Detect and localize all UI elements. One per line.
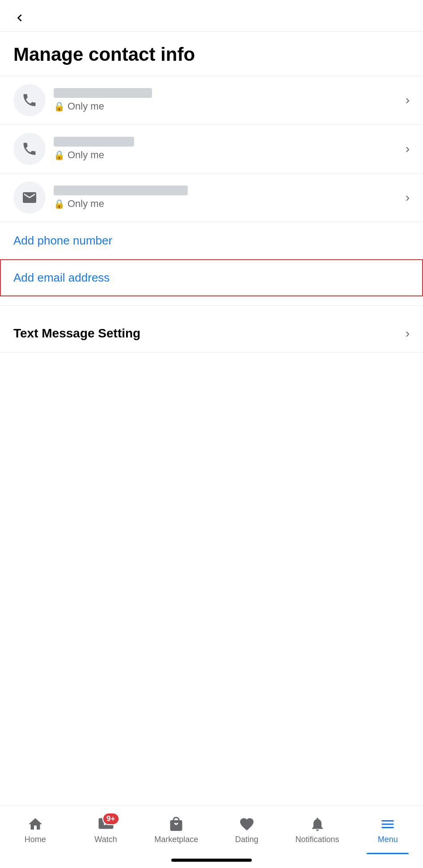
menu-icon <box>379 815 397 833</box>
marketplace-icon <box>167 815 185 833</box>
contact-privacy-email: 🔒 Only me <box>54 198 400 210</box>
content-spacer <box>0 353 423 805</box>
dating-icon <box>238 815 256 833</box>
privacy-label-1: Only me <box>68 101 104 112</box>
phone-icon-1 <box>13 84 46 116</box>
phone-icon-2 <box>13 133 46 165</box>
home-icon <box>26 815 44 833</box>
nav-label-menu: Menu <box>378 835 398 844</box>
watch-badge: 9+ <box>102 813 119 825</box>
contact-info-phone-1: 🔒 Only me <box>54 88 400 112</box>
add-phone-button[interactable]: Add phone number <box>0 222 423 259</box>
email-icon <box>13 181 46 214</box>
nav-label-dating: Dating <box>235 835 258 844</box>
nav-label-home: Home <box>25 835 46 844</box>
nav-item-marketplace[interactable]: Marketplace <box>141 805 212 854</box>
add-email-button[interactable]: Add email address <box>0 259 423 296</box>
nav-label-watch: Watch <box>94 835 117 844</box>
contact-item-email[interactable]: 🔒 Only me › <box>0 173 423 222</box>
chevron-right-1: › <box>406 93 410 107</box>
lock-icon-1: 🔒 <box>54 101 65 112</box>
chevron-right-email: › <box>406 190 410 205</box>
home-indicator <box>0 854 423 868</box>
chevron-right-sms: › <box>406 326 410 341</box>
text-message-setting-row[interactable]: Text Message Setting › <box>0 315 423 353</box>
privacy-label-email: Only me <box>68 198 104 210</box>
page-title: Manage contact info <box>0 32 423 76</box>
chevron-right-2: › <box>406 142 410 156</box>
watch-icon: 9+ <box>97 815 115 833</box>
text-message-label: Text Message Setting <box>13 326 140 341</box>
nav-item-dating[interactable]: Dating <box>212 805 282 854</box>
contact-item-phone-1[interactable]: 🔒 Only me › <box>0 76 423 125</box>
contact-item-phone-2[interactable]: 🔒 Only me › <box>0 125 423 173</box>
contact-value-blur-2 <box>54 137 134 147</box>
nav-item-home[interactable]: Home <box>0 805 71 854</box>
contact-list: 🔒 Only me › 🔒 Only me › <box>0 76 423 222</box>
section-divider <box>0 305 423 306</box>
nav-label-notifications: Notifications <box>296 835 339 844</box>
notifications-icon <box>309 815 326 833</box>
home-indicator-bar <box>171 859 252 862</box>
nav-item-watch[interactable]: 9+ Watch <box>71 805 141 854</box>
nav-item-notifications[interactable]: Notifications <box>282 805 353 854</box>
lock-icon-2: 🔒 <box>54 150 65 160</box>
back-button[interactable] <box>11 9 29 27</box>
contact-info-phone-2: 🔒 Only me <box>54 137 400 161</box>
contact-info-email: 🔒 Only me <box>54 185 400 210</box>
top-bar <box>0 0 423 32</box>
contact-value-blur-1 <box>54 88 152 98</box>
action-links: Add phone number Add email address <box>0 222 423 296</box>
lock-icon-email: 🔒 <box>54 198 65 209</box>
contact-privacy-2: 🔒 Only me <box>54 149 400 161</box>
bottom-nav: Home 9+ Watch Marketplace <box>0 805 423 854</box>
contact-value-blur-email <box>54 185 188 195</box>
nav-label-marketplace: Marketplace <box>154 835 198 844</box>
privacy-label-2: Only me <box>68 149 104 161</box>
contact-privacy-1: 🔒 Only me <box>54 101 400 112</box>
nav-item-menu[interactable]: Menu <box>352 805 423 854</box>
